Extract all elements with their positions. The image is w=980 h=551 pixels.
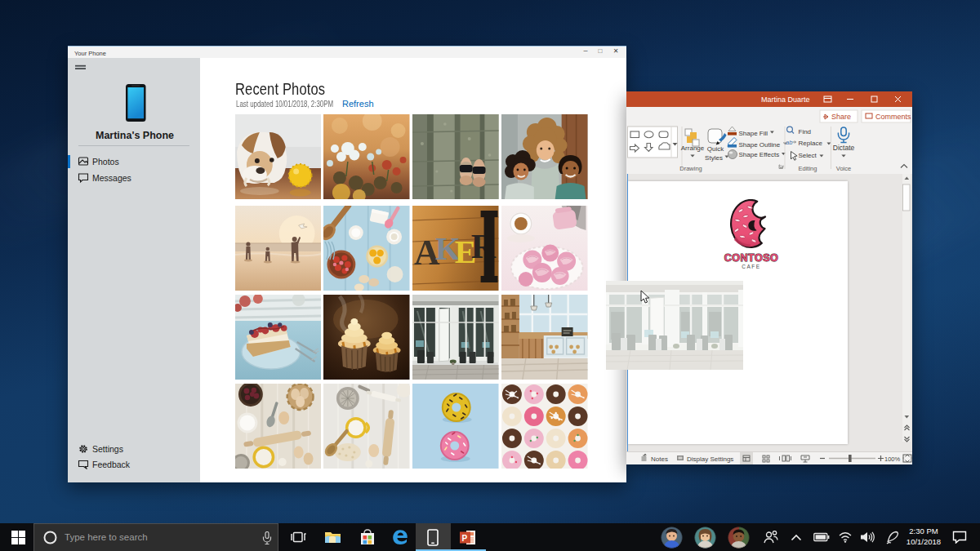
svg-text:Shape Effects: Shape Effects (739, 151, 780, 158)
svg-text:Feedback: Feedback (92, 460, 131, 469)
svg-text:CAFE: CAFE (742, 264, 760, 269)
svg-text:Share: Share (831, 113, 851, 121)
svg-text:Settings: Settings (92, 444, 123, 454)
svg-text:Comments: Comments (875, 113, 911, 121)
svg-text:Martina's Phone: Martina's Phone (96, 130, 174, 141)
svg-text:Drawing: Drawing (679, 165, 702, 172)
svg-text:Shape Outline: Shape Outline (739, 141, 781, 149)
svg-text:P: P (462, 534, 468, 543)
svg-text:Voice: Voice (836, 165, 851, 172)
svg-text:Shape Fill: Shape Fill (739, 130, 768, 137)
svg-text:Select: Select (799, 152, 817, 159)
svg-text:Replace: Replace (799, 140, 823, 147)
svg-text:CONTOSO: CONTOSO (724, 252, 778, 264)
svg-text:Arrange: Arrange (681, 144, 705, 152)
svg-text:100%: 100% (884, 455, 901, 463)
svg-text:Notes: Notes (651, 455, 668, 463)
svg-text:Find: Find (799, 128, 812, 136)
svg-text:Editing: Editing (799, 165, 817, 172)
svg-text:ab: ab (786, 139, 792, 146)
svg-text:Photos: Photos (92, 157, 119, 167)
svg-text:Messages: Messages (92, 173, 131, 183)
svg-text:Dictate: Dictate (833, 144, 855, 152)
svg-text:Quick: Quick (707, 145, 724, 153)
svg-text:Styles: Styles (705, 154, 723, 162)
svg-text:Display Settings: Display Settings (687, 455, 733, 463)
